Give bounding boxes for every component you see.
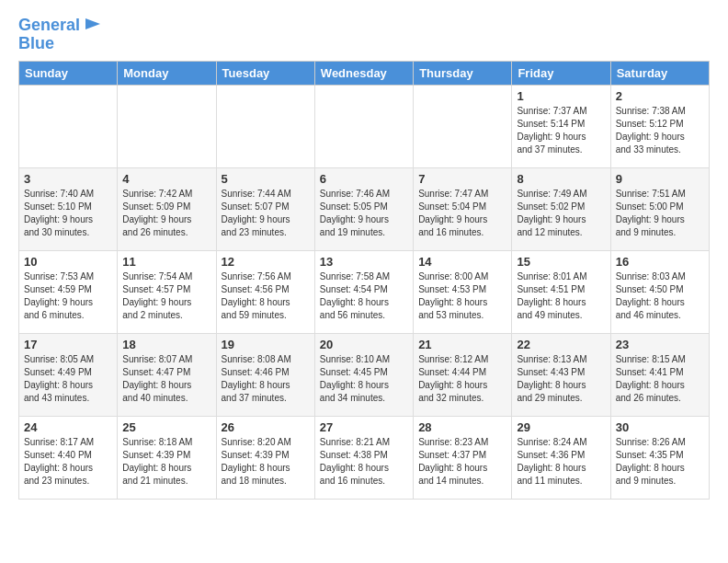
- calendar-week-row: 3Sunrise: 7:40 AM Sunset: 5:10 PM Daylig…: [19, 167, 710, 250]
- calendar-cell: 19Sunrise: 8:08 AM Sunset: 4:46 PM Dayli…: [216, 333, 314, 416]
- logo: General Blue: [18, 15, 102, 53]
- day-info: Sunrise: 7:53 AM Sunset: 4:59 PM Dayligh…: [24, 270, 112, 322]
- calendar-cell: [19, 85, 118, 167]
- calendar-cell: 11Sunrise: 7:54 AM Sunset: 4:57 PM Dayli…: [118, 250, 216, 333]
- calendar-cell: [314, 85, 413, 167]
- day-number: 26: [222, 420, 310, 434]
- day-number: 28: [418, 420, 506, 434]
- day-info: Sunrise: 8:20 AM Sunset: 4:39 PM Dayligh…: [222, 436, 310, 488]
- calendar-header-row: SundayMondayTuesdayWednesdayThursdayFrid…: [19, 61, 710, 85]
- day-number: 22: [517, 338, 605, 351]
- day-info: Sunrise: 7:46 AM Sunset: 5:05 PM Dayligh…: [320, 188, 408, 239]
- day-number: 18: [122, 338, 210, 351]
- day-number: 7: [418, 172, 506, 186]
- day-info: Sunrise: 8:15 AM Sunset: 4:41 PM Dayligh…: [616, 353, 704, 405]
- day-number: 5: [222, 172, 310, 186]
- page-header: General Blue: [18, 15, 710, 53]
- calendar-cell: 18Sunrise: 8:07 AM Sunset: 4:47 PM Dayli…: [118, 333, 216, 416]
- day-number: 20: [320, 338, 408, 351]
- calendar-cell: 14Sunrise: 8:00 AM Sunset: 4:53 PM Dayli…: [414, 250, 512, 333]
- day-number: 4: [122, 172, 210, 186]
- calendar-cell: 13Sunrise: 7:58 AM Sunset: 4:54 PM Dayli…: [314, 250, 413, 333]
- day-info: Sunrise: 8:07 AM Sunset: 4:47 PM Dayligh…: [122, 353, 210, 405]
- day-info: Sunrise: 8:10 AM Sunset: 4:45 PM Dayligh…: [320, 353, 408, 405]
- day-number: 13: [320, 255, 408, 269]
- day-info: Sunrise: 8:13 AM Sunset: 4:43 PM Dayligh…: [517, 353, 605, 405]
- calendar-cell: 21Sunrise: 8:12 AM Sunset: 4:44 PM Dayli…: [414, 333, 512, 416]
- day-info: Sunrise: 7:56 AM Sunset: 4:56 PM Dayligh…: [222, 270, 310, 322]
- calendar-cell: [216, 85, 314, 167]
- weekday-header-wednesday: Wednesday: [314, 61, 413, 85]
- calendar-cell: 29Sunrise: 8:24 AM Sunset: 4:36 PM Dayli…: [512, 416, 610, 499]
- day-info: Sunrise: 7:38 AM Sunset: 5:12 PM Dayligh…: [616, 105, 704, 156]
- day-number: 2: [616, 89, 704, 103]
- calendar-table: SundayMondayTuesdayWednesdayThursdayFrid…: [18, 61, 710, 500]
- calendar-week-row: 17Sunrise: 8:05 AM Sunset: 4:49 PM Dayli…: [19, 333, 710, 416]
- day-info: Sunrise: 7:47 AM Sunset: 5:04 PM Dayligh…: [418, 188, 506, 239]
- calendar-cell: 20Sunrise: 8:10 AM Sunset: 4:45 PM Dayli…: [314, 333, 413, 416]
- day-number: 25: [122, 420, 210, 434]
- day-number: 10: [24, 255, 112, 269]
- day-number: 19: [222, 338, 310, 351]
- day-number: 30: [616, 420, 704, 434]
- day-number: 16: [616, 255, 704, 269]
- calendar-cell: 8Sunrise: 7:49 AM Sunset: 5:02 PM Daylig…: [512, 167, 610, 250]
- day-number: 9: [616, 172, 704, 186]
- calendar-week-row: 24Sunrise: 8:17 AM Sunset: 4:40 PM Dayli…: [19, 416, 710, 499]
- calendar-cell: 7Sunrise: 7:47 AM Sunset: 5:04 PM Daylig…: [414, 167, 512, 250]
- calendar-cell: 10Sunrise: 7:53 AM Sunset: 4:59 PM Dayli…: [19, 250, 118, 333]
- day-info: Sunrise: 8:18 AM Sunset: 4:39 PM Dayligh…: [122, 436, 210, 488]
- day-info: Sunrise: 8:00 AM Sunset: 4:53 PM Dayligh…: [418, 270, 506, 322]
- calendar-week-row: 1Sunrise: 7:37 AM Sunset: 5:14 PM Daylig…: [19, 85, 710, 167]
- day-info: Sunrise: 7:44 AM Sunset: 5:07 PM Dayligh…: [222, 188, 310, 239]
- calendar-cell: 27Sunrise: 8:21 AM Sunset: 4:38 PM Dayli…: [314, 416, 413, 499]
- day-info: Sunrise: 7:40 AM Sunset: 5:10 PM Dayligh…: [24, 188, 112, 239]
- calendar-cell: 30Sunrise: 8:26 AM Sunset: 4:35 PM Dayli…: [610, 416, 709, 499]
- day-info: Sunrise: 7:51 AM Sunset: 5:00 PM Dayligh…: [616, 188, 704, 239]
- day-info: Sunrise: 8:05 AM Sunset: 4:49 PM Dayligh…: [24, 353, 112, 405]
- day-info: Sunrise: 7:42 AM Sunset: 5:09 PM Dayligh…: [122, 188, 210, 239]
- day-info: Sunrise: 8:26 AM Sunset: 4:35 PM Dayligh…: [616, 436, 704, 488]
- calendar-cell: [118, 85, 216, 167]
- day-number: 1: [517, 89, 605, 103]
- calendar-cell: 4Sunrise: 7:42 AM Sunset: 5:09 PM Daylig…: [118, 167, 216, 250]
- calendar-cell: 1Sunrise: 7:37 AM Sunset: 5:14 PM Daylig…: [512, 85, 610, 167]
- calendar-cell: [414, 85, 512, 167]
- day-number: 17: [24, 338, 112, 351]
- calendar-cell: 6Sunrise: 7:46 AM Sunset: 5:05 PM Daylig…: [314, 167, 413, 250]
- day-info: Sunrise: 7:37 AM Sunset: 5:14 PM Dayligh…: [517, 105, 605, 156]
- day-info: Sunrise: 8:01 AM Sunset: 4:51 PM Dayligh…: [517, 270, 605, 322]
- calendar-week-row: 10Sunrise: 7:53 AM Sunset: 4:59 PM Dayli…: [19, 250, 710, 333]
- day-info: Sunrise: 8:24 AM Sunset: 4:36 PM Dayligh…: [517, 436, 605, 488]
- calendar-cell: 5Sunrise: 7:44 AM Sunset: 5:07 PM Daylig…: [216, 167, 314, 250]
- logo-text-line1: General: [18, 17, 80, 35]
- calendar-cell: 17Sunrise: 8:05 AM Sunset: 4:49 PM Dayli…: [19, 333, 118, 416]
- calendar-cell: 3Sunrise: 7:40 AM Sunset: 5:10 PM Daylig…: [19, 167, 118, 250]
- weekday-header-friday: Friday: [512, 61, 610, 85]
- weekday-header-tuesday: Tuesday: [216, 61, 314, 85]
- calendar-cell: 15Sunrise: 8:01 AM Sunset: 4:51 PM Dayli…: [512, 250, 610, 333]
- day-number: 12: [222, 255, 310, 269]
- day-info: Sunrise: 7:49 AM Sunset: 5:02 PM Dayligh…: [517, 188, 605, 239]
- day-number: 11: [122, 255, 210, 269]
- calendar-cell: 22Sunrise: 8:13 AM Sunset: 4:43 PM Dayli…: [512, 333, 610, 416]
- day-info: Sunrise: 8:23 AM Sunset: 4:37 PM Dayligh…: [418, 436, 506, 488]
- day-number: 21: [418, 338, 506, 351]
- day-info: Sunrise: 7:54 AM Sunset: 4:57 PM Dayligh…: [122, 270, 210, 322]
- day-number: 29: [517, 420, 605, 434]
- day-info: Sunrise: 8:12 AM Sunset: 4:44 PM Dayligh…: [418, 353, 506, 405]
- day-number: 3: [24, 172, 112, 186]
- day-number: 23: [616, 338, 704, 351]
- day-number: 27: [320, 420, 408, 434]
- calendar-cell: 23Sunrise: 8:15 AM Sunset: 4:41 PM Dayli…: [610, 333, 709, 416]
- day-info: Sunrise: 7:58 AM Sunset: 4:54 PM Dayligh…: [320, 270, 408, 322]
- weekday-header-thursday: Thursday: [414, 61, 512, 85]
- day-info: Sunrise: 8:21 AM Sunset: 4:38 PM Dayligh…: [320, 436, 408, 488]
- calendar-cell: 9Sunrise: 7:51 AM Sunset: 5:00 PM Daylig…: [610, 167, 709, 250]
- logo-text-line2: Blue: [18, 35, 54, 53]
- calendar-cell: 16Sunrise: 8:03 AM Sunset: 4:50 PM Dayli…: [610, 250, 709, 333]
- svg-marker-0: [85, 18, 100, 29]
- calendar-cell: 26Sunrise: 8:20 AM Sunset: 4:39 PM Dayli…: [216, 416, 314, 499]
- weekday-header-monday: Monday: [118, 61, 216, 85]
- day-number: 14: [418, 255, 506, 269]
